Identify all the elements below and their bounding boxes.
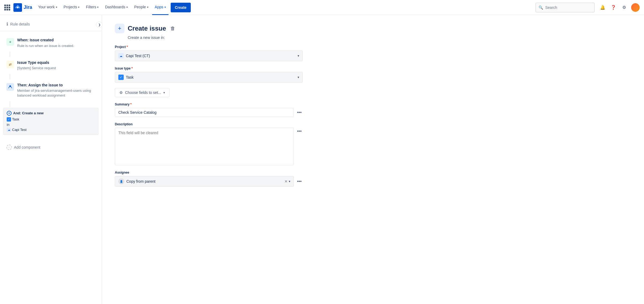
more-options-icon[interactable]: ••• bbox=[296, 128, 303, 135]
task-type-icon: ✓ bbox=[118, 75, 124, 80]
sidebar-item-trigger[interactable]: + When: Issue created Rule is run when a… bbox=[0, 34, 102, 52]
task-type-icon: ✓ bbox=[7, 117, 11, 122]
chevron-down-icon: ▾ bbox=[163, 91, 165, 94]
condition-icon: ⇄ bbox=[6, 61, 14, 68]
add-circle-icon: ○ bbox=[6, 145, 12, 150]
search-box[interactable]: 🔍 Search bbox=[536, 3, 595, 12]
choose-fields-button[interactable]: ⚙ Choose fields to set... ▾ bbox=[115, 88, 170, 97]
project-icon: ☁ bbox=[118, 53, 124, 58]
sidebar-item-and-create[interactable]: + And: Create a new ✓ Task in ☁ Capi Tes… bbox=[3, 108, 98, 135]
trash-icon[interactable]: 🗑 bbox=[170, 26, 175, 31]
issue-type-field: Issue type * ✓ Task ▾ bbox=[115, 67, 303, 83]
sidebar-item-condition[interactable]: ⇄ Issue Type equals [System] Service req… bbox=[0, 57, 102, 74]
assignee-label: Assignee bbox=[115, 171, 303, 174]
chevron-down-icon: ▾ bbox=[298, 54, 299, 58]
chevron-down-icon: ▾ bbox=[147, 6, 148, 9]
connector-line bbox=[10, 74, 10, 79]
logo-text: Jira bbox=[24, 5, 32, 10]
required-star: * bbox=[131, 67, 133, 70]
gear-icon: ⚙ bbox=[119, 90, 123, 95]
create-issue-form: Project * ☁ Capi Test (CT) ▾ Issue type … bbox=[115, 45, 303, 187]
assignee-avatar-icon: 👤 bbox=[118, 178, 124, 184]
chevron-down-icon: ▾ bbox=[78, 6, 79, 9]
page-title: Create issue bbox=[128, 25, 166, 32]
add-component[interactable]: ○ Add component bbox=[0, 141, 102, 153]
settings-button[interactable]: ⚙ bbox=[619, 3, 629, 12]
summary-input[interactable] bbox=[115, 108, 294, 117]
description-field: Description ••• bbox=[115, 122, 303, 165]
assignee-select[interactable]: 👤 Copy from parent ✕ ▾ bbox=[115, 176, 294, 187]
summary-field: Summary * ••• bbox=[115, 102, 303, 117]
chevron-down-icon: ▾ bbox=[56, 6, 57, 9]
avatar[interactable] bbox=[631, 3, 640, 12]
grid-icon[interactable] bbox=[4, 5, 10, 10]
jira-logo[interactable]: Jira bbox=[13, 3, 32, 12]
in-label: in bbox=[7, 123, 95, 127]
capi-badge: ☁ Capi Test bbox=[7, 128, 95, 132]
capi-icon: ☁ bbox=[7, 128, 11, 132]
required-star: * bbox=[130, 102, 132, 106]
create-new-label: Create a new issue in: bbox=[128, 35, 631, 40]
task-badge: ✓ Task bbox=[7, 117, 95, 122]
more-options-icon[interactable]: ••• bbox=[296, 178, 303, 185]
navbar: Jira Your work ▾ Projects ▾ Filters ▾ Da… bbox=[0, 0, 644, 15]
sidebar-toggle[interactable]: ❯ bbox=[96, 21, 102, 28]
more-options-icon[interactable]: ••• bbox=[296, 109, 303, 116]
chevron-down-icon: ▾ bbox=[97, 6, 98, 9]
project-label: Project * bbox=[115, 45, 303, 49]
nav-icons: 🔔 ❓ ⚙ bbox=[598, 3, 640, 12]
project-select[interactable]: ☁ Capi Test (CT) ▾ bbox=[115, 50, 303, 61]
assign-icon bbox=[6, 83, 14, 91]
chevron-down-icon: ▾ bbox=[126, 6, 128, 9]
notifications-button[interactable]: 🔔 bbox=[598, 3, 608, 12]
create-issue-header: + Create issue 🗑 bbox=[115, 24, 631, 33]
connector-line bbox=[10, 52, 10, 57]
main-content: + Create issue 🗑 Create a new issue in: … bbox=[102, 15, 644, 304]
create-button[interactable]: Create bbox=[171, 3, 191, 12]
issue-type-label: Issue type * bbox=[115, 67, 303, 70]
and-plus-icon[interactable]: + bbox=[7, 111, 12, 116]
sidebar: ❯ ℹ Rule details + When: Issue created R… bbox=[0, 15, 102, 304]
project-field: Project * ☁ Capi Test (CT) ▾ bbox=[115, 45, 303, 61]
nav-dashboards[interactable]: Dashboards ▾ bbox=[102, 0, 130, 15]
main-layout: ❯ ℹ Rule details + When: Issue created R… bbox=[0, 15, 644, 304]
assignee-field: Assignee 👤 Copy from parent ✕ ▾ ••• bbox=[115, 171, 303, 187]
info-icon: ℹ bbox=[6, 21, 8, 27]
chevron-down-icon: ▾ bbox=[164, 6, 166, 9]
nav-people[interactable]: People ▾ bbox=[131, 0, 151, 15]
create-issue-plus-icon: + bbox=[115, 24, 125, 33]
rule-details-header[interactable]: ℹ Rule details bbox=[0, 19, 102, 31]
help-button[interactable]: ❓ bbox=[609, 3, 618, 12]
nav-filters[interactable]: Filters ▾ bbox=[83, 0, 101, 15]
description-label: Description bbox=[115, 122, 303, 126]
connector-line bbox=[10, 101, 10, 107]
search-icon: 🔍 bbox=[539, 5, 543, 10]
description-textarea[interactable] bbox=[115, 128, 294, 165]
summary-label: Summary * bbox=[115, 102, 303, 106]
nav-apps[interactable]: Apps ▾ bbox=[152, 0, 169, 15]
issue-type-select[interactable]: ✓ Task ▾ bbox=[115, 72, 303, 83]
chevron-down-icon: ▾ bbox=[298, 75, 299, 79]
sidebar-item-assign[interactable]: Then: Assign the issue to Member of jira… bbox=[0, 79, 102, 101]
chevron-down-icon: ▾ bbox=[289, 180, 290, 183]
trigger-icon: + bbox=[6, 38, 14, 46]
nav-projects[interactable]: Projects ▾ bbox=[61, 0, 82, 15]
nav-your-work[interactable]: Your work ▾ bbox=[35, 0, 60, 15]
clear-assignee-icon[interactable]: ✕ bbox=[284, 179, 288, 184]
required-star: * bbox=[127, 45, 128, 49]
